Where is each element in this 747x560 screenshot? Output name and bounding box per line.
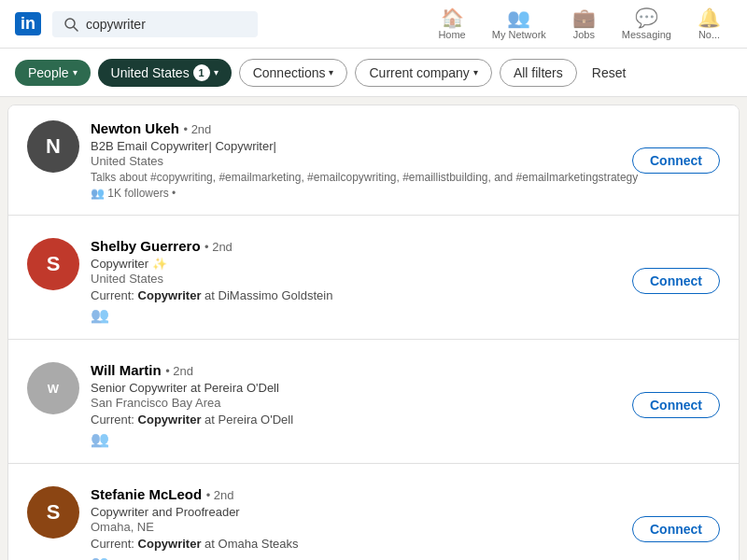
result-location-newton: United States xyxy=(91,154,720,168)
nav-network[interactable]: 👥 My Network xyxy=(481,5,557,44)
notifications-icon: 🔔 xyxy=(698,8,721,27)
result-card-will: W Will Martin • 2nd Senior Copywriter at… xyxy=(8,347,739,464)
home-icon: 🏠 xyxy=(441,8,464,27)
all-filters-btn[interactable]: All filters xyxy=(500,59,577,87)
svg-line-1 xyxy=(74,27,78,31)
result-followers-newton: 👥 1K followers • xyxy=(91,187,720,200)
result-location-will: San Francisco Bay Area xyxy=(91,396,720,410)
result-degree-newton: • 2nd xyxy=(183,122,211,136)
result-info-newton: Newton Ukeh • 2nd B2B Email Copywriter| … xyxy=(91,120,720,200)
avatar-shelby[interactable]: S xyxy=(27,238,79,290)
search-bar[interactable] xyxy=(52,11,258,37)
result-name-shelby[interactable]: Shelby Guerrero xyxy=(91,238,201,254)
connections-filter-btn[interactable]: Connections ▾ xyxy=(239,59,348,87)
result-card-stefanie: S Stefanie McLeod • 2nd Copywriter and P… xyxy=(8,471,739,560)
nav-messaging-label: Messaging xyxy=(622,29,671,40)
all-filters-label: All filters xyxy=(514,65,563,80)
result-current-bold-shelby: Copywriter xyxy=(138,288,202,302)
avatar-newton[interactable]: N xyxy=(27,120,79,173)
result-location-shelby: United States xyxy=(91,272,720,286)
mutual-icon-will: 👥 xyxy=(91,430,720,448)
mutual-icon-shelby: 👥 xyxy=(91,306,720,324)
search-icon xyxy=(63,17,78,32)
location-filter-btn[interactable]: United States 1 ▾ xyxy=(98,59,232,87)
people-filter-label: People xyxy=(28,65,69,80)
result-extra-newton: Talks about #copywriting, #emailmarketin… xyxy=(91,171,720,184)
nav-messaging[interactable]: 💬 Messaging xyxy=(611,5,683,44)
result-degree-stefanie: • 2nd xyxy=(206,488,234,502)
result-location-stefanie: Omaha, NE xyxy=(91,520,720,534)
connections-chevron-icon: ▾ xyxy=(329,67,333,77)
result-card-shelby: S Shelby Guerrero • 2nd Copywriter ✨ Uni… xyxy=(8,223,739,340)
reset-btn[interactable]: Reset xyxy=(585,60,634,86)
connect-btn-stefanie[interactable]: Connect xyxy=(632,516,720,542)
nav-home-label: Home xyxy=(438,29,465,40)
result-name-will[interactable]: Will Martin xyxy=(91,362,162,378)
result-degree-shelby: • 2nd xyxy=(204,240,233,254)
location-badge: 1 xyxy=(193,64,210,81)
result-info-stefanie: Stefanie McLeod • 2nd Copywriter and Pro… xyxy=(91,486,720,560)
result-current-stefanie: Current: Copywriter at Omaha Steaks xyxy=(91,537,720,551)
company-filter-btn[interactable]: Current company ▾ xyxy=(355,59,491,87)
nav-network-label: My Network xyxy=(492,29,546,40)
messaging-icon: 💬 xyxy=(635,8,658,27)
result-card-newton: N Newton Ukeh • 2nd B2B Email Copywriter… xyxy=(8,105,739,216)
nav-home[interactable]: 🏠 Home xyxy=(427,5,476,44)
mutual-icon-stefanie: 👥 xyxy=(91,554,720,560)
result-current-will: Current: Copywriter at Pereira O'Dell xyxy=(91,413,720,427)
result-title-shelby: Copywriter ✨ xyxy=(91,257,720,271)
filter-bar: People ▾ United States 1 ▾ Connections ▾… xyxy=(0,49,747,97)
nav-notifications[interactable]: 🔔 No... xyxy=(686,5,732,44)
results-wrapper: N Newton Ukeh • 2nd B2B Email Copywriter… xyxy=(7,105,740,560)
location-filter-label: United States xyxy=(111,65,190,80)
top-nav: in 🏠 Home 👥 My Network 💼 Jobs 💬 Messagin… xyxy=(0,0,747,49)
company-filter-label: Current company xyxy=(369,65,469,80)
connections-filter-label: Connections xyxy=(253,65,326,80)
avatar-stefanie[interactable]: S xyxy=(27,486,79,539)
result-title-newton: B2B Email Copywriter| Copywriter| xyxy=(91,139,720,153)
connect-btn-shelby[interactable]: Connect xyxy=(632,268,720,294)
nav-jobs[interactable]: 💼 Jobs xyxy=(561,5,607,44)
nav-notifications-label: No... xyxy=(698,29,720,40)
result-title-will: Senior Copywriter at Pereira O'Dell xyxy=(91,381,720,395)
followers-icon-newton: 👥 xyxy=(91,187,105,200)
search-input[interactable] xyxy=(86,17,247,32)
result-current-bold-stefanie: Copywriter xyxy=(138,537,202,551)
company-chevron-icon: ▾ xyxy=(473,67,478,77)
result-name-stefanie[interactable]: Stefanie McLeod xyxy=(91,486,202,502)
linkedin-logo[interactable]: in xyxy=(15,12,41,35)
result-current-bold-will: Copywriter xyxy=(138,413,202,427)
nav-items: 🏠 Home 👥 My Network 💼 Jobs 💬 Messaging 🔔… xyxy=(427,5,732,44)
result-degree-will: • 2nd xyxy=(165,364,193,378)
network-icon: 👥 xyxy=(507,8,530,27)
jobs-icon: 💼 xyxy=(572,8,596,27)
results-container: N Newton Ukeh • 2nd B2B Email Copywriter… xyxy=(0,97,747,560)
people-chevron-icon: ▾ xyxy=(73,67,78,77)
people-filter-btn[interactable]: People ▾ xyxy=(15,60,91,86)
result-info-shelby: Shelby Guerrero • 2nd Copywriter ✨ Unite… xyxy=(91,238,720,324)
avatar-will[interactable]: W xyxy=(27,362,79,414)
result-info-will: Will Martin • 2nd Senior Copywriter at P… xyxy=(91,362,720,448)
nav-jobs-label: Jobs xyxy=(573,29,595,40)
result-name-newton[interactable]: Newton Ukeh xyxy=(91,120,179,136)
connect-btn-newton[interactable]: Connect xyxy=(632,147,720,174)
result-title-stefanie: Copywriter and Proofreader xyxy=(91,505,720,519)
location-chevron-icon: ▾ xyxy=(214,67,218,77)
connect-btn-will[interactable]: Connect xyxy=(632,392,720,418)
result-current-shelby: Current: Copywriter at DiMassimo Goldste… xyxy=(91,288,720,302)
